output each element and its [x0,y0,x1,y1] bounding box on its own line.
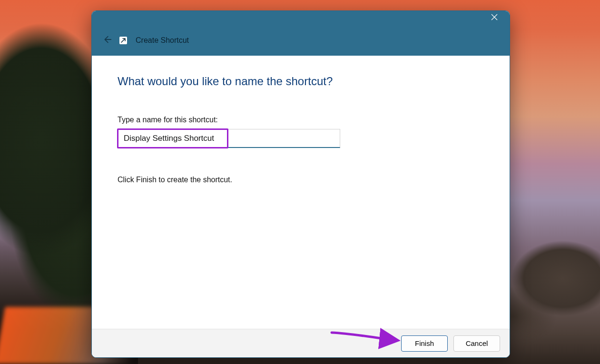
close-button[interactable] [484,11,505,25]
arrow-left-icon [102,34,112,47]
page-heading: What would you like to name the shortcut… [118,75,484,88]
cancel-button[interactable]: Cancel [453,335,500,352]
dialog-navbar: Create Shortcut [92,25,510,56]
dialog-titlebar [92,11,510,25]
annotation-arrow [330,330,401,349]
shortcut-name-label: Type a name for this shortcut: [118,116,484,124]
instruction-text: Click Finish to create the shortcut. [118,176,484,184]
nav-title: Create Shortcut [136,36,189,45]
shortcut-name-input-wrap [118,129,340,148]
create-shortcut-dialog: Create Shortcut What would you like to n… [91,10,510,358]
dialog-footer: Finish Cancel [92,329,510,357]
back-button[interactable] [98,32,116,49]
shortcut-overlay-icon [118,36,128,45]
shortcut-name-input[interactable] [118,129,340,148]
dialog-content: What would you like to name the shortcut… [92,56,510,329]
close-icon [491,14,498,22]
desktop-background: Create Shortcut What would you like to n… [0,0,600,364]
finish-button[interactable]: Finish [401,335,448,352]
